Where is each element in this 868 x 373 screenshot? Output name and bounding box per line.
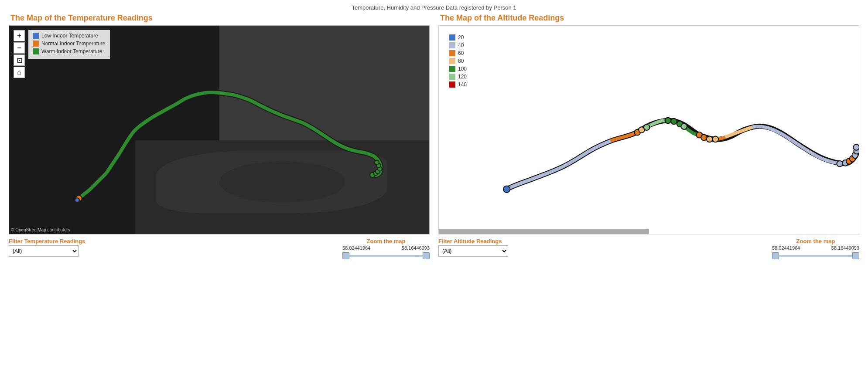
legend-label-40: 40 [458,42,464,48]
svg-point-12 [665,118,671,124]
svg-point-11 [644,124,650,130]
temperature-zoom-handle-right[interactable] [423,252,430,259]
svg-point-20 [837,161,843,167]
svg-point-15 [681,123,687,129]
altitude-zoom-min: 58.02441964 [772,245,800,251]
altitude-zoom-track [772,255,859,257]
home-button[interactable]: ⌂ [14,67,25,78]
temperature-zoom-max: 58.16446093 [402,245,430,251]
altitude-panel: The Map of the Altitude Readings 20 40 6… [438,14,859,260]
map-controls-left: + − ⊡ ⌂ [14,30,25,78]
svg-point-1 [75,198,79,202]
altitude-zoom-slider[interactable] [772,251,859,260]
temperature-controls: Filter Temperature Readings (All) Zoom t… [9,238,430,260]
temperature-filter-select[interactable]: (All) [9,245,79,257]
legend-color-80 [449,58,455,64]
zoom-in-button[interactable]: + [14,30,25,41]
right-map-scrollbar[interactable] [439,229,649,234]
legend-item-warm: Warm Indoor Temperature [33,48,106,54]
legend-label-normal: Normal Indoor Temperature [41,41,106,47]
temperature-zoom-slider[interactable] [342,251,430,260]
svg-point-26 [853,144,859,150]
zoom-box-button[interactable]: ⊡ [14,54,25,66]
page-title: Temperature, Humidity and Pressure Data … [0,0,868,14]
temperature-filter-label: Filter Temperature Readings [9,238,85,244]
legend-label-20: 20 [458,34,464,41]
altitude-filter-section: Filter Altitude Readings (All) [438,238,508,257]
osm-credit: © OpenStreetMap contributors [11,227,70,232]
altitude-track-svg [439,26,859,234]
svg-point-8 [503,186,510,193]
legend-label-100: 100 [458,66,467,72]
legend-label-low: Low Indoor Temperature [41,33,98,39]
temperature-zoom-values: 58.02441964 58.16446093 [342,245,430,251]
legend-altitude-120: 120 [449,74,467,80]
altitude-filter-select[interactable]: (All) [438,245,508,257]
legend-label-120: 120 [458,74,467,80]
zoom-out-button[interactable]: − [14,42,25,54]
temperature-zoom-label: Zoom the map [342,238,430,244]
legend-label-80: 80 [458,58,464,64]
altitude-zoom-max: 58.16446093 [831,245,859,251]
temperature-filter-section: Filter Temperature Readings (All) [9,238,85,257]
legend-color-warm [33,48,39,54]
temperature-zoom-handle-left[interactable] [342,252,349,259]
temperature-zoom-track [342,255,430,257]
altitude-zoom-values: 58.02441964 58.16446093 [772,245,859,251]
legend-altitude-100: 100 [449,66,467,72]
svg-point-18 [707,136,713,142]
legend-color-140 [449,81,455,88]
altitude-legend: 20 40 60 80 100 [445,32,471,92]
legend-altitude-80: 80 [449,58,467,64]
temperature-map[interactable]: + − ⊡ ⌂ Low Indoor Temperature Normal In… [9,25,430,234]
legend-item-low: Low Indoor Temperature [33,33,106,39]
altitude-map-title: The Map of the Altitude Readings [438,14,859,23]
legend-color-40 [449,42,455,48]
legend-altitude-40: 40 [449,42,467,48]
legend-altitude-20: 20 [449,34,467,41]
altitude-zoom-section: Zoom the map 58.02441964 58.16446093 [772,238,859,260]
altitude-zoom-handle-left[interactable] [772,252,779,259]
legend-color-100 [449,66,455,72]
temperature-zoom-min: 58.02441964 [342,245,370,251]
temperature-zoom-section: Zoom the map 58.02441964 58.16446093 [342,238,430,260]
svg-point-19 [712,136,718,142]
legend-color-120 [449,74,455,80]
legend-color-20 [449,34,455,41]
altitude-zoom-handle-right[interactable] [852,252,859,259]
legend-color-low [33,33,39,39]
temperature-map-title: The Map of the Temperature Readings [9,14,430,23]
altitude-controls: Filter Altitude Readings (All) Zoom the … [438,238,859,260]
altitude-map[interactable]: 20 40 60 80 100 [438,25,859,234]
legend-label-warm: Warm Indoor Temperature [41,48,102,54]
svg-point-13 [671,119,677,125]
legend-altitude-60: 60 [449,50,467,56]
legend-label-140: 140 [458,81,467,88]
svg-point-7 [375,160,379,165]
temperature-panel: The Map of the Temperature Readings + − … [9,14,430,260]
temperature-legend: Low Indoor Temperature Normal Indoor Tem… [28,30,110,59]
legend-color-60 [449,50,455,56]
legend-item-normal: Normal Indoor Temperature [33,41,106,47]
altitude-filter-label: Filter Altitude Readings [438,238,508,244]
svg-point-17 [701,135,707,141]
altitude-zoom-label: Zoom the map [772,238,859,244]
main-content: The Map of the Temperature Readings + − … [0,14,868,260]
legend-color-normal [33,41,39,47]
legend-altitude-140: 140 [449,81,467,88]
legend-label-60: 60 [458,50,464,56]
